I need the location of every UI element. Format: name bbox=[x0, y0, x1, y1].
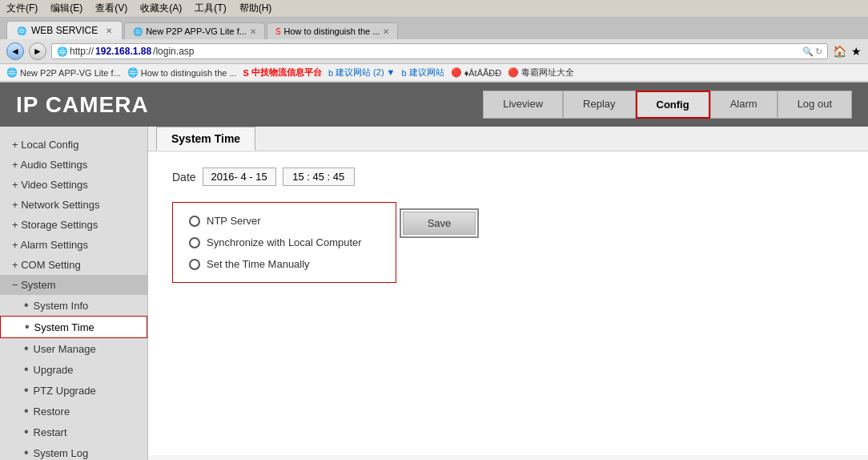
menu-tools[interactable]: 工具(T) bbox=[195, 2, 226, 15]
address-ip: 192.168.1.88 bbox=[95, 46, 151, 57]
main-layout: + Local Config + Audio Settings + Video … bbox=[0, 127, 868, 460]
bullet-system-info: • bbox=[24, 298, 29, 313]
date-label: Date bbox=[172, 171, 196, 184]
bullet-system-log: • bbox=[24, 446, 29, 460]
bookmark-5[interactable]: 🔴 ♦ÂtÄÃÐÐ bbox=[451, 67, 502, 78]
date-row: Date 2016- 4 - 15 15 : 45 : 45 bbox=[172, 167, 844, 186]
bullet-system-time: • bbox=[25, 320, 30, 334]
option-manual-label: Set the Time Manually bbox=[207, 258, 310, 270]
option-manual[interactable]: Set the Time Manually bbox=[189, 258, 380, 270]
menu-file[interactable]: 文件(F) bbox=[6, 2, 38, 15]
tab-config[interactable]: Config bbox=[636, 91, 710, 119]
radio-manual[interactable] bbox=[189, 259, 200, 270]
tab-close-1[interactable]: ✕ bbox=[250, 27, 256, 36]
bullet-upgrade: • bbox=[24, 362, 29, 377]
star-icon[interactable]: ★ bbox=[851, 45, 862, 58]
bookmark-3[interactable]: b 建议网站 (2) ▼ bbox=[328, 67, 396, 79]
refresh-icon[interactable]: ↻ bbox=[815, 46, 822, 57]
label-system-time: System Time bbox=[34, 321, 94, 333]
browser-chrome: 文件(F) 编辑(E) 查看(V) 收藏夹(A) 工具(T) 帮助(H) 🌐 W… bbox=[0, 0, 868, 83]
menu-view[interactable]: 查看(V) bbox=[95, 2, 127, 15]
option-ntp-label: NTP Server bbox=[207, 215, 261, 227]
option-ntp-server[interactable]: NTP Server bbox=[189, 215, 380, 227]
bookmark-1[interactable]: 🌐 How to distinguish the ... bbox=[127, 67, 237, 78]
tab-label-1: New P2P APP-VG Lite f... bbox=[146, 26, 247, 36]
label-restore: Restore bbox=[34, 406, 70, 418]
browser-tab-1[interactable]: 🌐 New P2P APP-VG Lite f... ✕ bbox=[124, 22, 265, 39]
date-value: 2016- 4 - 15 bbox=[203, 167, 276, 186]
sidebar-item-video-settings[interactable]: + Video Settings bbox=[0, 175, 147, 195]
sidebar-item-upgrade[interactable]: • Upgrade bbox=[0, 359, 147, 380]
tab-label-2: How to distinguish the ... bbox=[284, 26, 380, 36]
tab-favicon-2: S bbox=[275, 27, 281, 36]
bookmark-0[interactable]: 🌐 New P2P APP-VG Lite f... bbox=[6, 67, 121, 78]
sidebar-item-ptz-upgrade[interactable]: • PTZ Upgrade bbox=[0, 380, 147, 401]
search-icon: 🔍 bbox=[802, 46, 814, 57]
app-title: IP CAMERA bbox=[16, 92, 149, 118]
address-path: /login.asp bbox=[153, 46, 194, 57]
nav-tabs: Liveview Replay Config Alarm Log out bbox=[483, 91, 852, 119]
radio-ntp-server[interactable] bbox=[189, 216, 200, 227]
tab-label-0: WEB SERVICE bbox=[31, 25, 98, 36]
browser-tab-0[interactable]: 🌐 WEB SERVICE ✕ bbox=[6, 21, 123, 39]
label-system-info: System Info bbox=[34, 300, 89, 312]
app-header: IP CAMERA Liveview Replay Config Alarm L… bbox=[0, 83, 868, 127]
bullet-restore: • bbox=[24, 404, 29, 418]
content-area: System Time Date 2016- 4 - 15 15 : 45 : … bbox=[148, 127, 868, 460]
label-system-log: System Log bbox=[34, 447, 89, 459]
sidebar-item-com-setting[interactable]: + COM Setting bbox=[0, 255, 147, 275]
address-icon: 🌐 bbox=[57, 46, 68, 57]
sidebar-item-restart[interactable]: • Restart bbox=[0, 422, 147, 442]
option-sync-local[interactable]: Synchronize with Local Computer bbox=[189, 236, 380, 248]
tab-replay[interactable]: Replay bbox=[563, 91, 635, 119]
sidebar-item-system-info[interactable]: • System Info bbox=[0, 295, 147, 316]
bookmarks-bar: 🌐 New P2P APP-VG Lite f... 🌐 How to dist… bbox=[0, 64, 868, 82]
address-prefix: http:// bbox=[70, 46, 94, 57]
bookmark-6[interactable]: 🔴 毒霸网址大全 bbox=[508, 67, 574, 79]
tab-close-0[interactable]: ✕ bbox=[106, 26, 112, 35]
sidebar-item-audio-settings[interactable]: + Audio Settings bbox=[0, 155, 147, 175]
back-button[interactable]: ◄ bbox=[6, 42, 24, 60]
sidebar-item-system-time[interactable]: • System Time bbox=[0, 316, 147, 338]
menu-help[interactable]: 帮助(H) bbox=[239, 2, 272, 15]
sidebar-item-system[interactable]: − System bbox=[0, 275, 147, 295]
sidebar-item-storage-settings[interactable]: + Storage Settings bbox=[0, 215, 147, 235]
label-upgrade: Upgrade bbox=[34, 364, 74, 376]
browser-tab-2[interactable]: S How to distinguish the ... ✕ bbox=[267, 22, 399, 39]
option-sync-label: Synchronize with Local Computer bbox=[207, 236, 362, 248]
sidebar-item-alarm-settings[interactable]: + Alarm Settings bbox=[0, 235, 147, 255]
label-ptz-upgrade: PTZ Upgrade bbox=[34, 385, 96, 397]
home-icon[interactable]: 🏠 bbox=[833, 45, 846, 58]
sidebar-item-restore[interactable]: • Restore bbox=[0, 401, 147, 422]
tab-favicon: 🌐 bbox=[17, 26, 26, 35]
sidebar-item-local-config[interactable]: + Local Config bbox=[0, 135, 147, 155]
bullet-restart: • bbox=[24, 425, 29, 439]
save-button-wrapper: Save bbox=[400, 208, 480, 238]
sidebar: + Local Config + Audio Settings + Video … bbox=[0, 127, 148, 460]
save-button[interactable]: Save bbox=[403, 212, 476, 235]
bookmark-2[interactable]: S 中技物流信息平台 bbox=[243, 67, 322, 79]
time-sync-options: NTP Server Synchronize with Local Comput… bbox=[172, 202, 396, 283]
menu-edit[interactable]: 编辑(E) bbox=[50, 2, 82, 15]
tab-alarm[interactable]: Alarm bbox=[710, 91, 778, 119]
app-container: IP CAMERA Liveview Replay Config Alarm L… bbox=[0, 83, 868, 460]
forward-button[interactable]: ► bbox=[29, 42, 46, 60]
sidebar-item-system-log[interactable]: • System Log bbox=[0, 442, 147, 460]
tab-logout[interactable]: Log out bbox=[778, 91, 852, 119]
tab-liveview[interactable]: Liveview bbox=[483, 91, 563, 119]
label-user-manage: User Manage bbox=[34, 343, 96, 355]
time-value: 15 : 45 : 45 bbox=[283, 167, 355, 186]
sidebar-item-user-manage[interactable]: • User Manage bbox=[0, 338, 147, 359]
tab-close-2[interactable]: ✕ bbox=[383, 27, 389, 36]
tab-favicon-1: 🌐 bbox=[133, 27, 143, 36]
content-tab[interactable]: System Time bbox=[156, 127, 255, 151]
address-bar[interactable]: 🌐 http://192.168.1.88/login.asp 🔍 ↻ bbox=[51, 43, 828, 59]
radio-sync-local[interactable] bbox=[189, 237, 200, 248]
menu-favorites[interactable]: 收藏夹(A) bbox=[140, 2, 182, 15]
bookmark-4[interactable]: b 建议网站 bbox=[402, 67, 444, 79]
bullet-ptz-upgrade: • bbox=[24, 383, 29, 397]
content-body: Date 2016- 4 - 15 15 : 45 : 45 NTP Serve… bbox=[148, 151, 868, 455]
sidebar-item-network-settings[interactable]: + Network Settings bbox=[0, 195, 147, 215]
label-restart: Restart bbox=[34, 426, 67, 438]
bullet-user-manage: • bbox=[24, 341, 29, 356]
